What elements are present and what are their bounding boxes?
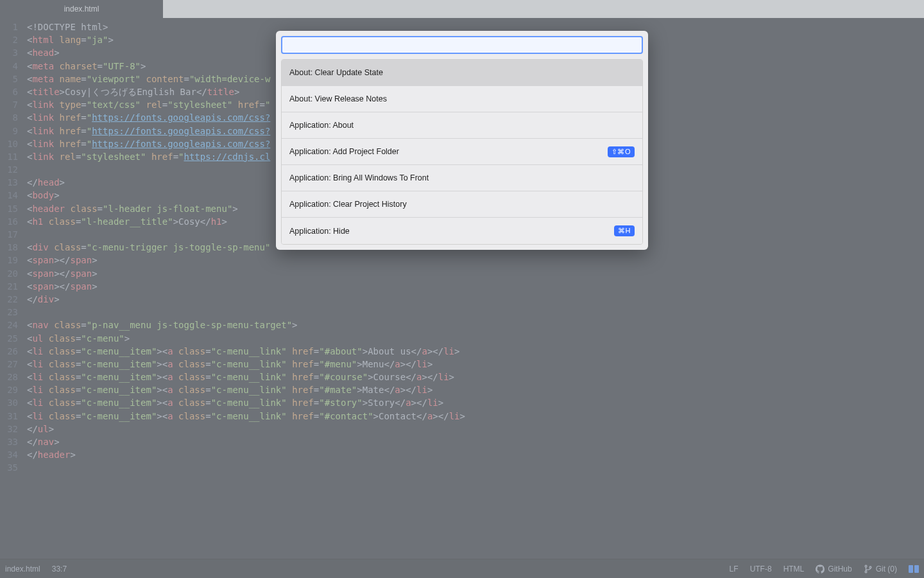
command-palette: About: Clear Update StateAbout: View Rel… bbox=[276, 31, 648, 250]
command-label: Application: Hide bbox=[289, 227, 350, 236]
command-label: About: View Release Notes bbox=[289, 94, 387, 103]
command-label: Application: About bbox=[289, 121, 354, 130]
command-palette-item[interactable]: About: View Release Notes bbox=[282, 86, 642, 112]
command-label: About: Clear Update State bbox=[289, 68, 383, 77]
command-palette-item[interactable]: Application: Clear Project History bbox=[282, 191, 642, 218]
command-palette-item[interactable]: Application: About bbox=[282, 112, 642, 139]
command-label: Application: Bring All Windows To Front bbox=[289, 173, 429, 182]
command-palette-item[interactable]: About: Clear Update State bbox=[282, 60, 642, 86]
command-keybinding: ⌘H bbox=[614, 225, 635, 236]
command-palette-list: About: Clear Update StateAbout: View Rel… bbox=[281, 59, 643, 245]
command-keybinding: ⇧⌘O bbox=[608, 146, 635, 157]
command-label: Application: Add Project Folder bbox=[289, 147, 399, 156]
command-palette-item[interactable]: Application: Bring All Windows To Front bbox=[282, 165, 642, 191]
command-palette-input[interactable] bbox=[281, 36, 643, 54]
command-palette-item[interactable]: Application: Add Project Folder⇧⌘O bbox=[282, 139, 642, 165]
command-label: Application: Clear Project History bbox=[289, 200, 407, 209]
command-palette-item[interactable]: Application: Hide⌘H bbox=[282, 218, 642, 244]
